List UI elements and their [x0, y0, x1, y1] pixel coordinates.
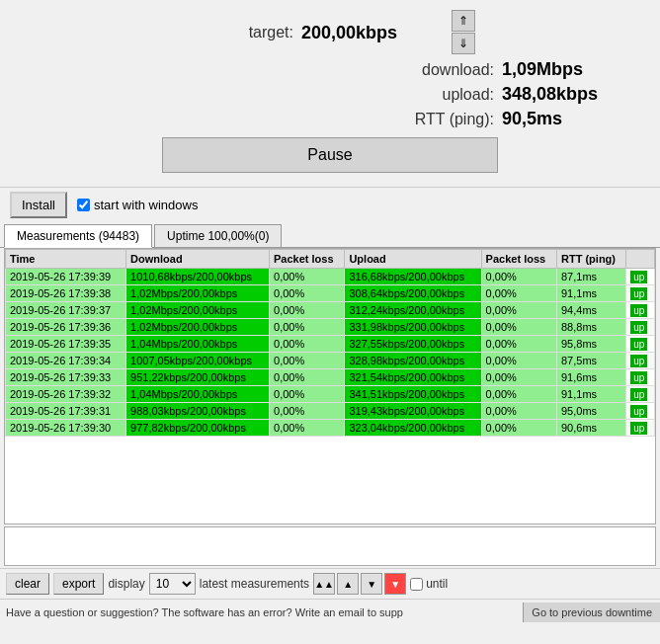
nav-arrows: ▲▲ ▲ ▼ ▼ — [313, 573, 406, 595]
cell-upload: 316,68kbps/200,00kbps — [345, 269, 481, 285]
col-time: Time — [6, 250, 126, 269]
until-checkbox[interactable] — [410, 578, 423, 591]
empty-log-area — [4, 526, 656, 566]
cell-pkt1: 0,00% — [270, 386, 345, 403]
target-arrows: ⇑ ⇓ — [452, 10, 475, 55]
cell-pkt2: 0,00% — [481, 302, 556, 319]
status-badge: up — [630, 338, 647, 351]
status-badge: up — [630, 371, 647, 384]
cell-download: 988,03kbps/200,00kbps — [126, 403, 270, 420]
status-badge: up — [630, 271, 647, 283]
table-row: 2019-05-26 17:39:32 1,04Mbps/200,00kbps … — [6, 386, 655, 403]
until-label: until — [426, 577, 448, 591]
cell-status: up — [626, 336, 655, 353]
cell-pkt1: 0,00% — [270, 336, 345, 353]
cell-status: up — [626, 353, 655, 369]
cell-time: 2019-05-26 17:39:34 — [6, 353, 126, 369]
rtt-label: RTT (ping): — [385, 111, 494, 128]
cell-rtt: 91,6ms — [557, 369, 626, 386]
status-badge: up — [630, 304, 647, 317]
nav-last-button[interactable]: ▼ — [384, 573, 406, 595]
cell-pkt2: 0,00% — [481, 353, 556, 369]
clear-button[interactable]: clear — [6, 573, 49, 595]
status-badge: up — [630, 422, 647, 435]
pause-button[interactable]: Pause — [162, 137, 498, 173]
table-row: 2019-05-26 17:39:37 1,02Mbps/200,00kbps … — [6, 302, 655, 319]
cell-download: 1,04Mbps/200,00kbps — [126, 336, 270, 353]
cell-status: up — [626, 302, 655, 319]
cell-download: 1,02Mbps/200,00kbps — [126, 302, 270, 319]
col-pkt-loss-2: Packet loss — [481, 250, 556, 269]
upload-label: upload: — [385, 86, 494, 104]
cell-time: 2019-05-26 17:39:38 — [6, 285, 126, 302]
cell-pkt1: 0,00% — [270, 369, 345, 386]
cell-pkt1: 0,00% — [270, 420, 345, 437]
cell-pkt1: 0,00% — [270, 285, 345, 302]
cell-status: up — [626, 269, 655, 285]
cell-status: up — [626, 285, 655, 302]
table-row: 2019-05-26 17:39:34 1007,05kbps/200,00kb… — [6, 353, 655, 369]
cell-upload: 312,24kbps/200,00kbps — [345, 302, 481, 319]
checkbox-text: start with windows — [94, 198, 198, 212]
cell-pkt2: 0,00% — [481, 336, 556, 353]
cell-upload: 331,98kbps/200,00kbps — [345, 319, 481, 336]
cell-rtt: 90,6ms — [557, 420, 626, 437]
download-value: 1,09Mbps — [502, 59, 640, 80]
cell-pkt2: 0,00% — [481, 369, 556, 386]
start-with-windows-checkbox[interactable] — [77, 199, 90, 211]
col-pkt-loss-1: Packet loss — [270, 250, 345, 269]
latest-label: latest measurements — [200, 577, 309, 591]
nav-next-button[interactable]: ▼ — [361, 573, 382, 595]
cell-pkt1: 0,00% — [270, 319, 345, 336]
table-row: 2019-05-26 17:39:35 1,04Mbps/200,00kbps … — [6, 336, 655, 353]
export-button[interactable]: export — [53, 573, 104, 595]
cell-upload: 341,51kbps/200,00kbps — [345, 386, 481, 403]
col-upload: Upload — [345, 250, 481, 269]
install-button[interactable]: Install — [10, 192, 67, 218]
cell-rtt: 87,1ms — [557, 269, 626, 285]
install-row: Install start with windows — [0, 187, 660, 222]
tab-measurements[interactable]: Measurements (94483) — [4, 224, 152, 248]
col-status — [626, 250, 655, 269]
cell-upload: 323,04kbps/200,00kbps — [345, 420, 481, 437]
target-up-button[interactable]: ⇑ — [452, 10, 475, 32]
cell-time: 2019-05-26 17:39:35 — [6, 336, 126, 353]
cell-pkt2: 0,00% — [481, 319, 556, 336]
cell-time: 2019-05-26 17:39:33 — [6, 369, 126, 386]
measurements-table-container: Time Download Packet loss Upload Packet … — [4, 248, 656, 524]
cell-upload: 327,55kbps/200,00kbps — [345, 336, 481, 353]
nav-prev-button[interactable]: ▲ — [337, 573, 359, 595]
cell-pkt1: 0,00% — [270, 302, 345, 319]
cell-rtt: 91,1ms — [557, 386, 626, 403]
col-download: Download — [126, 250, 270, 269]
top-section: target: 200,00kbps ⇑ ⇓ download: 1,09Mbp… — [0, 0, 660, 187]
cell-download: 1,04Mbps/200,00kbps — [126, 386, 270, 403]
cell-time: 2019-05-26 17:39:36 — [6, 319, 126, 336]
cell-time: 2019-05-26 17:39:32 — [6, 386, 126, 403]
cell-upload: 328,98kbps/200,00kbps — [345, 353, 481, 369]
table-row: 2019-05-26 17:39:30 977,82kbps/200,00kbp… — [6, 420, 655, 437]
nav-first-button[interactable]: ▲▲ — [313, 573, 335, 595]
cell-upload: 319,43kbps/200,00kbps — [345, 403, 481, 420]
table-row: 2019-05-26 17:39:36 1,02Mbps/200,00kbps … — [6, 319, 655, 336]
cell-time: 2019-05-26 17:39:39 — [6, 269, 126, 285]
status-badge: up — [630, 287, 647, 300]
cell-download: 977,82kbps/200,00kbps — [126, 420, 270, 437]
cell-download: 951,22kbps/200,00kbps — [126, 369, 270, 386]
cell-rtt: 87,5ms — [557, 353, 626, 369]
cell-status: up — [626, 420, 655, 437]
cell-download: 1007,05kbps/200,00kbps — [126, 353, 270, 369]
tabs-row: Measurements (94483) Uptime 100,00%(0) — [0, 222, 660, 248]
table-row: 2019-05-26 17:39:38 1,02Mbps/200,00kbps … — [6, 285, 655, 302]
display-select[interactable]: 10 5 20 50 100 — [149, 573, 196, 595]
tab-uptime[interactable]: Uptime 100,00%(0) — [154, 224, 282, 247]
start-with-windows-label[interactable]: start with windows — [77, 198, 198, 212]
target-label: target: — [185, 24, 293, 41]
status-badge: up — [630, 405, 647, 418]
go-to-previous-downtime-button[interactable]: Go to previous downtime — [523, 603, 660, 622]
cell-pkt2: 0,00% — [481, 403, 556, 420]
cell-rtt: 95,8ms — [557, 336, 626, 353]
cell-download: 1,02Mbps/200,00kbps — [126, 319, 270, 336]
target-down-button[interactable]: ⇓ — [452, 33, 475, 54]
cell-download: 1010,68kbps/200,00kbps — [126, 269, 270, 285]
